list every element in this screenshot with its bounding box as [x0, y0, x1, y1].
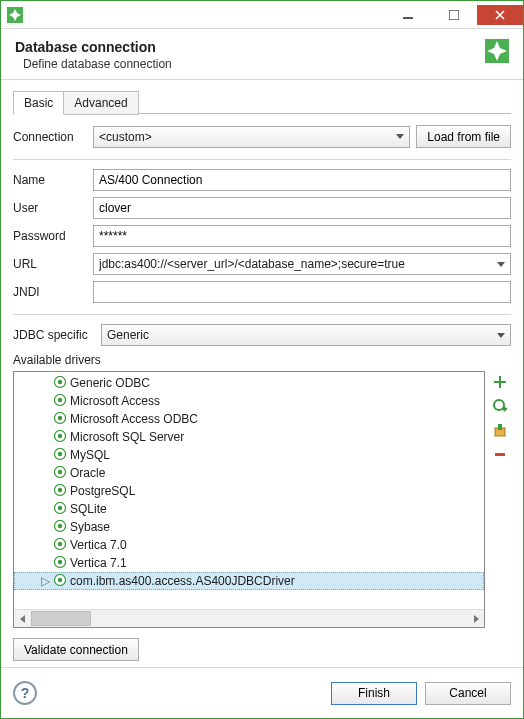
driver-icon	[54, 502, 66, 517]
load-from-file-button[interactable]: Load from file	[416, 125, 511, 148]
driver-name: Vertica 7.0	[70, 538, 127, 552]
name-label: Name	[13, 173, 87, 187]
dialog-footer: ? Finish Cancel	[1, 668, 523, 718]
svg-rect-32	[504, 407, 506, 412]
jndi-label: JNDI	[13, 285, 87, 299]
url-label: URL	[13, 257, 87, 271]
driver-name: Microsoft Access	[70, 394, 160, 408]
app-icon	[7, 7, 23, 23]
help-button[interactable]: ?	[13, 681, 37, 705]
driver-icon	[54, 430, 66, 445]
expand-icon[interactable]: ▷	[40, 574, 50, 588]
dialog-window: Database connection Define database conn…	[0, 0, 524, 719]
remove-driver-button[interactable]	[491, 445, 509, 463]
driver-icon	[54, 556, 66, 571]
tab-page-basic: Connection <custom> Load from file Name …	[13, 114, 511, 667]
jdbc-select[interactable]: Generic	[101, 324, 511, 346]
import-button[interactable]	[491, 421, 509, 439]
connection-value: <custom>	[99, 130, 152, 144]
minimize-button[interactable]	[385, 5, 431, 25]
driver-icon	[54, 376, 66, 391]
driver-icon	[54, 448, 66, 463]
dialog-title: Database connection	[15, 39, 485, 55]
chevron-down-icon	[497, 262, 505, 267]
driver-name: Vertica 7.1	[70, 556, 127, 570]
svg-rect-2	[449, 10, 459, 20]
svg-point-7	[58, 397, 62, 401]
driver-icon	[54, 484, 66, 499]
driver-name: Generic ODBC	[70, 376, 150, 390]
tab-advanced[interactable]: Advanced	[64, 91, 138, 115]
password-input[interactable]	[93, 225, 511, 247]
svg-point-17	[58, 487, 62, 491]
driver-icon	[54, 412, 66, 427]
svg-point-21	[58, 523, 62, 527]
list-item[interactable]: SQLite	[14, 500, 484, 518]
dialog-subtitle: Define database connection	[23, 57, 485, 71]
jndi-input[interactable]	[93, 281, 511, 303]
password-label: Password	[13, 229, 87, 243]
list-item[interactable]: Vertica 7.0	[14, 536, 484, 554]
connection-select[interactable]: <custom>	[93, 126, 410, 148]
horizontal-scrollbar[interactable]	[14, 609, 484, 627]
validate-connection-button[interactable]: Validate connection	[13, 638, 139, 661]
connection-label: Connection	[13, 130, 87, 144]
add-driver-button[interactable]	[491, 373, 509, 391]
drivers-tree[interactable]: Generic ODBCMicrosoft AccessMicrosoft Ac…	[13, 371, 485, 628]
dialog-body: Basic Advanced Connection <custom> Load …	[1, 80, 523, 668]
chevron-down-icon	[396, 134, 404, 139]
list-item[interactable]: Vertica 7.1	[14, 554, 484, 572]
list-item[interactable]: PostgreSQL	[14, 482, 484, 500]
scroll-thumb[interactable]	[31, 611, 91, 626]
jdbc-label: JDBC specific	[13, 328, 95, 342]
driver-name: Microsoft Access ODBC	[70, 412, 198, 426]
driver-name: Oracle	[70, 466, 105, 480]
svg-rect-35	[495, 453, 505, 456]
scroll-left-icon[interactable]	[14, 610, 31, 627]
driver-name: Sybase	[70, 520, 110, 534]
driver-icon	[54, 574, 66, 589]
svg-rect-1	[403, 17, 413, 19]
url-combo[interactable]: jdbc:as400://<server_url>/<database_name…	[93, 253, 511, 275]
svg-point-19	[58, 505, 62, 509]
svg-point-23	[58, 541, 62, 545]
add-folder-button[interactable]	[491, 397, 509, 415]
svg-point-15	[58, 469, 62, 473]
list-item[interactable]: Microsoft Access ODBC	[14, 410, 484, 428]
list-item[interactable]: Microsoft Access	[14, 392, 484, 410]
driver-name: PostgreSQL	[70, 484, 135, 498]
maximize-button[interactable]	[431, 5, 477, 25]
driver-icon	[54, 520, 66, 535]
tab-strip: Basic Advanced	[13, 90, 511, 114]
svg-point-27	[58, 577, 62, 581]
user-input[interactable]	[93, 197, 511, 219]
list-item[interactable]: Oracle	[14, 464, 484, 482]
driver-icon	[54, 466, 66, 481]
list-item[interactable]: Generic ODBC	[14, 374, 484, 392]
svg-point-13	[58, 451, 62, 455]
svg-rect-29	[494, 381, 506, 383]
svg-point-25	[58, 559, 62, 563]
list-item[interactable]: Sybase	[14, 518, 484, 536]
scroll-right-icon[interactable]	[467, 610, 484, 627]
driver-name: SQLite	[70, 502, 107, 516]
finish-button[interactable]: Finish	[331, 682, 417, 705]
brand-icon	[485, 39, 509, 63]
svg-point-9	[58, 415, 62, 419]
dialog-header: Database connection Define database conn…	[1, 29, 523, 80]
close-button[interactable]	[477, 5, 523, 25]
name-input[interactable]	[93, 169, 511, 191]
driver-name: Microsoft SQL Server	[70, 430, 184, 444]
svg-rect-34	[498, 424, 502, 430]
list-item-selected[interactable]: ▷com.ibm.as400.access.AS400JDBCDriver	[14, 572, 484, 590]
titlebar	[1, 1, 523, 29]
list-item[interactable]: MySQL	[14, 446, 484, 464]
list-item[interactable]: Microsoft SQL Server	[14, 428, 484, 446]
url-value: jdbc:as400://<server_url>/<database_name…	[99, 257, 497, 271]
cancel-button[interactable]: Cancel	[425, 682, 511, 705]
chevron-down-icon	[497, 333, 505, 338]
tab-basic[interactable]: Basic	[13, 91, 64, 115]
svg-point-5	[58, 379, 62, 383]
driver-name: com.ibm.as400.access.AS400JDBCDriver	[70, 574, 295, 588]
driver-icon	[54, 394, 66, 409]
